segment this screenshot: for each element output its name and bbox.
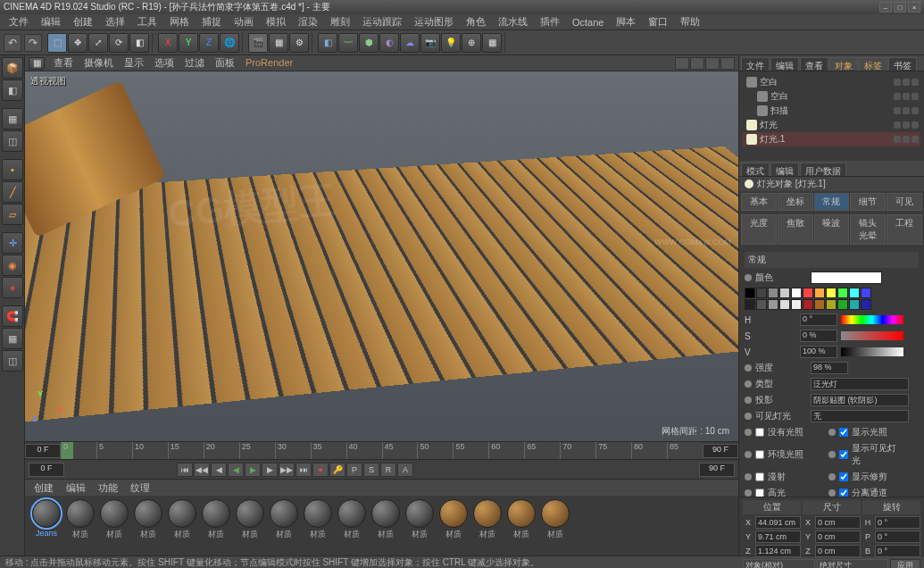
coord-rot-field[interactable]: 0 ° (875, 530, 920, 543)
material-preview-icon[interactable] (270, 499, 298, 528)
check-高光[interactable] (755, 489, 764, 497)
attr-tab-细节[interactable]: 细节 (850, 193, 886, 211)
timeline[interactable]: 0 F 051015202530354045505560657075808590… (25, 441, 738, 459)
tree-tags[interactable] (894, 79, 919, 86)
coord-size-field[interactable]: 0 cm (815, 516, 861, 529)
workplane-snap[interactable]: ◫ (2, 350, 23, 372)
material-preview-icon[interactable] (371, 499, 400, 528)
scale-tool[interactable]: ⤢ (88, 33, 108, 53)
snap-toggle[interactable]: 🧲 (2, 305, 23, 327)
color-preset[interactable] (791, 288, 802, 298)
menu-模拟[interactable]: 模拟 (261, 13, 291, 30)
tree-tags[interactable] (894, 93, 919, 100)
texture-mode[interactable]: ▦ (2, 108, 23, 129)
material-item[interactable]: 材质 (100, 499, 129, 552)
tree-row[interactable]: 灯光 (743, 118, 920, 132)
color-preset[interactable] (849, 288, 860, 298)
add-camera-button[interactable]: 📷 (420, 33, 440, 53)
redo-button[interactable]: ↷ (24, 34, 42, 52)
keyframe-dot[interactable] (828, 489, 836, 497)
material-preview-icon[interactable] (541, 499, 570, 528)
range-start-field[interactable]: 0 F (29, 463, 64, 477)
obj-tab-标签[interactable]: 标签 (859, 57, 887, 71)
material-preview-icon[interactable] (236, 499, 264, 528)
attr-tab-坐标[interactable]: 坐标 (778, 193, 813, 211)
attr-tab-常规[interactable]: 常规 (814, 193, 850, 211)
keyframe-dot[interactable] (745, 489, 752, 497)
vp-layout-icon[interactable]: ▦ (29, 57, 45, 70)
keyframe-dot[interactable] (745, 380, 752, 388)
materials-shelf[interactable]: Jeans材质材质材质材质材质材质材质材质材质材质材质材质材质材质材质 (25, 496, 738, 555)
menu-动画[interactable]: 动画 (229, 13, 259, 30)
attr-tab-工程[interactable]: 工程 (887, 214, 922, 245)
material-preview-icon[interactable] (507, 499, 536, 528)
color-preset[interactable] (803, 288, 813, 298)
color-preset[interactable] (849, 299, 860, 310)
material-preview-icon[interactable] (134, 499, 162, 528)
world-axis-toggle[interactable]: 🌐 (220, 33, 239, 53)
menu-捕捉[interactable]: 捕捉 (196, 13, 227, 30)
hue-field[interactable]: 0 ° (800, 313, 837, 326)
material-preview-icon[interactable] (32, 499, 61, 528)
perspective-viewport[interactable]: 透视视图 CG模型王 WWW.CGMXW.COM X Y Z 网格间距 : 10… (25, 71, 738, 441)
prev-key-button[interactable]: ◀◀ (194, 463, 210, 477)
material-preview-icon[interactable] (439, 499, 468, 528)
color-preset[interactable] (837, 288, 848, 298)
material-item[interactable]: 材质 (405, 499, 434, 552)
sat-field[interactable]: 0 % (800, 330, 837, 342)
color-preset[interactable] (826, 299, 837, 310)
tree-tags[interactable] (894, 136, 919, 143)
timeline-ruler[interactable]: 051015202530354045505560657075808590 (61, 442, 703, 459)
add-generator-button[interactable]: ⬢ (359, 33, 379, 53)
menu-网格[interactable]: 网格 (164, 13, 195, 30)
coord-size-field[interactable]: 0 cm (815, 530, 861, 543)
key-param-button[interactable]: A (397, 463, 413, 477)
color-preset[interactable] (768, 288, 778, 298)
keyframe-dot[interactable] (828, 473, 836, 480)
color-preset[interactable] (756, 299, 767, 310)
window-max-button[interactable]: □ (894, 2, 906, 13)
val-slider[interactable] (841, 347, 903, 356)
material-item[interactable]: 材质 (168, 499, 196, 552)
add-light-button[interactable]: 💡 (441, 33, 461, 53)
add-misc-button[interactable]: ▦ (482, 33, 502, 53)
color-preset[interactable] (768, 299, 778, 310)
material-preview-icon[interactable] (66, 499, 95, 528)
add-deformer-button[interactable]: ◐ (379, 33, 399, 53)
undo-button[interactable]: ↶ (4, 34, 21, 52)
coord-rot-field[interactable]: 0 ° (875, 516, 920, 529)
vp-max-icon[interactable] (720, 57, 735, 70)
menu-渲染[interactable]: 渲染 (293, 13, 323, 30)
tree-row[interactable]: 扫描 (743, 104, 920, 118)
render-region-button[interactable]: ▦ (269, 33, 288, 53)
obj-tab-对象[interactable]: 对象 (829, 57, 858, 71)
menu-窗口[interactable]: 窗口 (643, 13, 673, 30)
color-preset[interactable] (837, 299, 848, 310)
menu-创建[interactable]: 创建 (68, 13, 98, 30)
menu-帮助[interactable]: 帮助 (675, 13, 705, 30)
color-preset[interactable] (826, 288, 837, 298)
material-item[interactable]: 材质 (270, 499, 298, 552)
material-preview-icon[interactable] (202, 499, 230, 528)
color-preset[interactable] (814, 288, 825, 298)
attr-top-tab-模式[interactable]: 模式 (741, 163, 770, 176)
coord-size-field[interactable]: 0 cm (815, 545, 861, 557)
check-分离通道[interactable] (839, 489, 848, 497)
material-item[interactable]: 材质 (236, 499, 264, 552)
coord-mode2-dropdown[interactable]: 绝对尺寸 (817, 559, 889, 568)
axis-y-lock[interactable]: Y (179, 33, 198, 53)
coord-pos-field[interactable]: 1.124 cm (755, 545, 801, 557)
keyframe-dot[interactable] (745, 429, 752, 436)
obj-tab-书签[interactable]: 书签 (888, 57, 917, 71)
attr-tab-镜头光晕[interactable]: 镜头光晕 (850, 214, 886, 245)
select-tool[interactable]: ⬚ (47, 33, 67, 53)
move-tool[interactable]: ✥ (68, 33, 87, 53)
obj-tab-文件[interactable]: 文件 (741, 57, 770, 71)
check-环境光照[interactable] (755, 450, 764, 459)
attr-tab-噪波[interactable]: 噪波 (814, 214, 850, 245)
color-preset[interactable] (745, 288, 755, 298)
material-item[interactable]: 材质 (507, 499, 536, 552)
visible-light-dropdown[interactable]: 无 (811, 410, 909, 422)
vp-menu-查看[interactable]: 查看 (48, 56, 79, 69)
add-null-button[interactable]: ⊕ (462, 33, 481, 53)
